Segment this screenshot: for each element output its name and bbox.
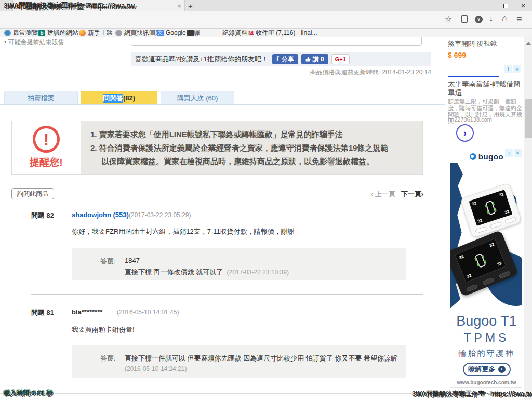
warning-text: 1. 賣家若要求您「使用LINE帳號私下聯絡或轉帳匯款」是常見的詐騙手法 2. …: [81, 121, 422, 174]
question-text: 我要買兩顆卡鉗份量!: [72, 325, 135, 335]
ad-product-price: $ 699: [448, 51, 466, 59]
google-plus-one-button[interactable]: G+1: [331, 54, 350, 64]
car-icon: [485, 200, 496, 215]
tab-buyers[interactable]: 購買人次 (60): [161, 91, 234, 104]
answer-label: 答覆:: [100, 257, 116, 266]
ad-headline-underline: [448, 76, 499, 77]
navigation-toolbar: [0, 11, 532, 29]
question-timestamp: (2016-05-10 14:01:45): [117, 309, 179, 316]
adchoices-info-icon[interactable]: i: [505, 149, 513, 157]
question-timestamp: (2017-03-22 23:05:29): [129, 211, 191, 219]
answer-line: 直接下標 再一修改價錢 就可以了 (2017-03-22 23:10:39): [125, 268, 289, 277]
ad-close-icon[interactable]: ✕: [514, 149, 522, 157]
browser-window: 歡迎來到3WA問題解決專家工... × + – ✕ 3WA問題解決專家工作室 -…: [0, 0, 532, 400]
tabs-underline: [0, 104, 445, 105]
answer-line: 直接下標一件就可以 但要麻煩你先匯款 因為這尺寸比較少用 怕訂貨了 你又不要 希…: [125, 354, 397, 363]
bookmark-item[interactable]: M收件匣 (7,116) - linai...: [248, 29, 317, 37]
menu-icon[interactable]: ≡: [516, 14, 522, 25]
facebook-share-button[interactable]: f分享: [272, 54, 298, 64]
question-number: 問題 82: [31, 211, 54, 220]
facebook-icon: f: [276, 55, 279, 63]
scrollbar-thumb[interactable]: [525, 99, 532, 138]
pocket-icon[interactable]: ∨: [475, 16, 483, 23]
ask-question-button[interactable]: 詢問此商品: [11, 188, 54, 199]
question-divider: [31, 294, 423, 295]
answer-line: 1847: [125, 257, 140, 264]
home-icon[interactable]: ⌂: [502, 13, 508, 24]
tpms-device-white: 32 32 32 32: [460, 183, 522, 238]
new-tab-button[interactable]: +: [188, 2, 193, 10]
warning-line: 以保障買家權益。買家在檢視商品時，應維持商品之原狀，以免影響退款權益。: [90, 155, 413, 168]
tab-auction-profile[interactable]: 拍賣檔案: [4, 91, 78, 104]
maximize-icon: [503, 4, 508, 8]
ad-close-icon[interactable]: ✕: [513, 65, 521, 73]
answer-timestamp: (2017-03-22 23:10:39): [227, 269, 288, 276]
prev-page-link[interactable]: 上一頁: [375, 190, 395, 198]
firefox-icon: [79, 30, 86, 36]
exclamation-icon: !: [33, 126, 60, 153]
bookmarks-toolbar: 最常瀏覽 b建議的網站 新手上路 網頁快訊圖庫 文Google 翻譯 紀錄資料 …: [0, 29, 532, 37]
learn-more-button[interactable]: 瞭解更多 ›: [463, 363, 511, 376]
library-icon[interactable]: [461, 15, 468, 23]
tab-qa-count: (82): [123, 94, 135, 102]
question-text: 你好，我要FZR用的油土封六組，插銷12支，7-11取貨付款，請報價，謝謝: [72, 227, 295, 236]
bookmark-item[interactable]: 最常瀏覽: [4, 29, 38, 37]
adchoices-info-icon[interactable]: i: [504, 65, 512, 73]
minimize-button[interactable]: –: [479, 0, 497, 11]
thumbs-up-icon: [305, 57, 311, 62]
ad-url: www.bugootech.com.tw: [450, 380, 522, 385]
warning-title: 提醒您!: [30, 156, 62, 169]
ad-product-type: TPMS: [450, 331, 522, 345]
watermark-top: 3WA問題解決專家工作室 - https://3wa.tw: [4, 1, 135, 10]
watermark-bottom: 3WA問題解決專家工作室 - https://3wa.tw: [412, 390, 532, 398]
bookmark-item[interactable]: 網頁快訊圖庫: [115, 29, 162, 37]
facebook-like-button[interactable]: 讚 0: [301, 54, 328, 64]
question-user-link[interactable]: shadowjohn (553): [72, 211, 129, 219]
answer-timestamp: (2016-05-10 14:24:21): [125, 365, 187, 372]
question-user-link[interactable]: bla********: [72, 308, 102, 316]
scrollbar[interactable]: [524, 37, 532, 400]
tab-questions-answers[interactable]: 問與答 (82): [81, 91, 157, 104]
bugoo-eye-icon: [470, 153, 476, 160]
tab-close-icon[interactable]: ×: [177, 2, 181, 10]
bookmark-item[interactable]: b建議的網站: [38, 29, 78, 37]
fraud-warning-box: ! 提醒您! 1. 賣家若要求您「使用LINE帳號私下聯絡或轉帳匯款」是常見的詐…: [11, 121, 423, 175]
globe-icon: [115, 30, 122, 36]
car-icon: [474, 253, 486, 268]
arrow-right-icon: ›: [498, 366, 506, 373]
item-notice-bullet: • 可能會提前結束販售: [4, 38, 64, 47]
bugoo-ad[interactable]: i ✕ bugoo 32 32 32 32 32: [450, 148, 522, 388]
bookmark-star-icon[interactable]: ☆: [445, 14, 452, 24]
like-prompt: 喜歡這商品嗎?按讚及+1推薦給你的朋友吧！: [135, 55, 268, 64]
social-share-strip: 喜歡這商品嗎?按讚及+1推薦給你的朋友吧！ f分享 讚 0 G+1: [131, 52, 431, 66]
pagination: ‹ 上一頁 下一頁›: [312, 190, 423, 199]
ad-tagline: 輪胎的守護神: [450, 349, 522, 358]
prev-page-arrow-icon: ‹: [371, 190, 373, 198]
ad-headline[interactable]: 太平華南當舖-輕鬆借簡單還: [448, 79, 524, 97]
next-page-arrow-icon: ›: [421, 190, 423, 198]
google-translate-icon: 文: [157, 30, 164, 36]
dark-site-icon: [187, 30, 194, 36]
window-controls: – ✕: [479, 0, 532, 11]
maximize-button[interactable]: [497, 0, 514, 11]
download-icon[interactable]: ↓: [489, 14, 493, 23]
warning-line: 1. 賣家若要求您「使用LINE帳號私下聯絡或轉帳匯款」是常見的詐騙手法: [90, 128, 413, 141]
ad-product-name: Bugoo T1: [450, 313, 522, 329]
next-page-link[interactable]: 下一頁: [401, 190, 421, 198]
price-update-timestamp: 商品價格與運費更新時間: 2014-01-23 20:14: [0, 68, 431, 77]
ad-url: hn22706138.com: [448, 116, 492, 123]
bookmark-item[interactable]: [187, 29, 196, 37]
tab-qa-label: 問與答: [103, 94, 123, 103]
scroll-up-icon[interactable]: [526, 42, 531, 45]
frequent-icon: [4, 30, 11, 36]
ad-arrow-button[interactable]: ›: [456, 124, 474, 142]
load-time-text: 載入時間:0.01 秒: [3, 389, 52, 398]
warning-badge: ! 提醒您!: [12, 121, 81, 174]
question-number: 問題 81: [31, 308, 54, 317]
answer-label: 答覆:: [100, 354, 116, 363]
warning-line: 2. 符合消費者保護法所定義屬於企業經營者之賣家，應遵守消費者保護法第19條之規…: [90, 141, 413, 155]
bookmark-item[interactable]: 新手上路: [79, 29, 113, 37]
suggested-sites-icon: b: [38, 30, 45, 36]
close-button[interactable]: ✕: [514, 0, 532, 11]
tpms-product-image: 32 32 32 32 32 32 32 32: [450, 163, 522, 312]
